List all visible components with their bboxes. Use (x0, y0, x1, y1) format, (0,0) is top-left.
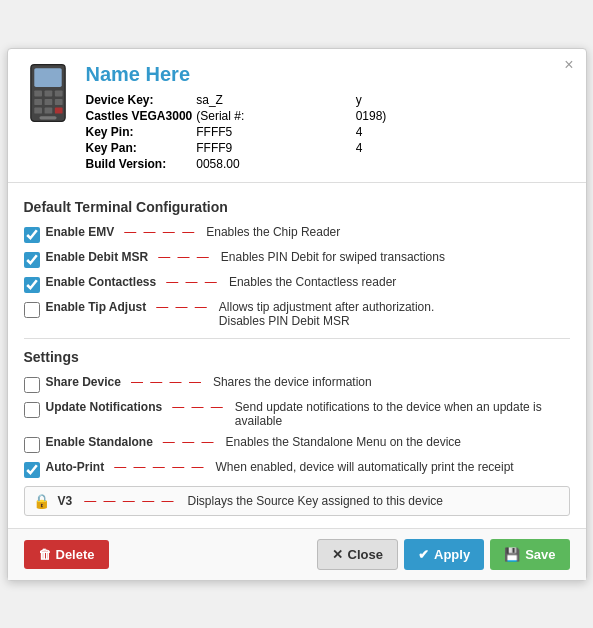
svg-rect-11 (39, 116, 56, 119)
x-icon: ✕ (332, 547, 343, 562)
close-button[interactable]: ✕ Close (317, 539, 398, 570)
config-item-tip: Enable Tip Adjust — — — Allows tip adjus… (24, 300, 570, 328)
autoprint-checkbox[interactable] (24, 462, 40, 478)
standalone-dashes: — — — (163, 435, 216, 449)
check-icon: ✔ (418, 547, 429, 562)
config-item-standalone: Enable Standalone — — — Enables the Stan… (24, 435, 570, 453)
emv-dashes: — — — — (124, 225, 196, 239)
device-name: Name Here (86, 63, 391, 86)
debit-desc: Enables PIN Debit for swiped transaction… (221, 250, 445, 264)
emv-desc: Enables the Chip Reader (206, 225, 340, 239)
share-checkbox[interactable] (24, 377, 40, 393)
share-desc: Shares the device information (213, 375, 372, 389)
key-pin-label: Key Pin: (86, 124, 197, 140)
standalone-desc: Enables the Standalone Menu on the devic… (226, 435, 462, 449)
contactless-label: Enable Contactless (46, 275, 157, 289)
close-label: Close (348, 547, 383, 562)
debit-dashes: — — — (158, 250, 211, 264)
debit-label: Enable Debit MSR (46, 250, 149, 264)
tip-label: Enable Tip Adjust (46, 300, 147, 314)
source-key-dashes: — — — — — (84, 494, 175, 508)
autoprint-dashes: — — — — — (114, 460, 205, 474)
settings-title: Settings (24, 349, 570, 365)
device-key-extra: y (356, 92, 391, 108)
standalone-checkbox[interactable] (24, 437, 40, 453)
modal-footer: 🗑 Delete ✕ Close ✔ Apply 💾 Save (8, 528, 586, 580)
footer-right: ✕ Close ✔ Apply 💾 Save (317, 539, 570, 570)
config-item-update: Update Notifications — — — Send update n… (24, 400, 570, 428)
update-desc: Send update notifications to the device … (235, 400, 542, 428)
device-details-table: Device Key: sa_Z y Castles VEGA3000 (Ser… (86, 92, 391, 172)
build-version-value: 0058.00 (196, 156, 248, 172)
update-label: Update Notifications (46, 400, 163, 414)
delete-button[interactable]: 🗑 Delete (24, 540, 109, 569)
update-desc-sub: available (235, 414, 542, 428)
castles-label: Castles VEGA3000 (86, 108, 197, 124)
svg-rect-10 (54, 107, 62, 113)
svg-rect-6 (44, 99, 52, 105)
footer-left: 🗑 Delete (24, 540, 109, 569)
share-dashes: — — — — (131, 375, 203, 389)
default-config-title: Default Terminal Configuration (24, 199, 570, 215)
delete-label: Delete (56, 547, 95, 562)
svg-rect-2 (34, 90, 42, 96)
config-item-share: Share Device — — — — Shares the device i… (24, 375, 570, 393)
save-label: Save (525, 547, 555, 562)
svg-rect-5 (34, 99, 42, 105)
update-checkbox[interactable] (24, 402, 40, 418)
config-item-emv: Enable EMV — — — — Enables the Chip Read… (24, 225, 570, 243)
config-item-contactless: Enable Contactless — — — Enables the Con… (24, 275, 570, 293)
source-key-desc: Displays the Source Key assigned to this… (188, 494, 443, 508)
modal-body: Default Terminal Configuration Enable EM… (8, 183, 586, 528)
build-version-label: Build Version: (86, 156, 197, 172)
emv-label: Enable EMV (46, 225, 115, 239)
key-pan-extra: 4 (356, 140, 391, 156)
svg-rect-4 (54, 90, 62, 96)
debit-checkbox[interactable] (24, 252, 40, 268)
contactless-checkbox[interactable] (24, 277, 40, 293)
device-key-label: Device Key: (86, 92, 197, 108)
modal-close-button[interactable]: × (564, 57, 573, 73)
emv-checkbox[interactable] (24, 227, 40, 243)
share-label: Share Device (46, 375, 121, 389)
svg-rect-7 (54, 99, 62, 105)
key-pin-extra: 4 (356, 124, 391, 140)
svg-rect-8 (34, 107, 42, 113)
config-item-debit: Enable Debit MSR — — — Enables PIN Debit… (24, 250, 570, 268)
tip-checkbox[interactable] (24, 302, 40, 318)
config-item-autoprint: Auto-Print — — — — — When enabled, devic… (24, 460, 570, 478)
contactless-dashes: — — — (166, 275, 219, 289)
save-icon: 💾 (504, 547, 520, 562)
svg-rect-3 (44, 90, 52, 96)
tip-dashes: — — — (156, 300, 209, 314)
device-icon (24, 63, 72, 123)
device-config-modal: × Name Here Device Key: sa_Z (7, 48, 587, 581)
save-button[interactable]: 💾 Save (490, 539, 569, 570)
tip-desc: Allows tip adjustment after authorizatio… (219, 300, 434, 328)
device-key-value: sa_Z (196, 92, 248, 108)
modal-header: Name Here Device Key: sa_Z y Castles VEG… (8, 49, 586, 183)
svg-rect-9 (44, 107, 52, 113)
autoprint-label: Auto-Print (46, 460, 105, 474)
tip-desc-sub: Disables PIN Debit MSR (219, 314, 434, 328)
key-pan-value: FFFF9 (196, 140, 248, 156)
lock-icon: 🔒 (33, 493, 50, 509)
serial-label: (Serial #: (196, 108, 248, 124)
autoprint-desc: When enabled, device will automatically … (216, 460, 514, 474)
serial-value: 0198) (356, 108, 391, 124)
apply-button[interactable]: ✔ Apply (404, 539, 484, 570)
source-key-row: 🔒 V3 — — — — — Displays the Source Key a… (24, 486, 570, 516)
key-pin-value: FFFF5 (196, 124, 248, 140)
update-dashes: — — — (172, 400, 225, 414)
contactless-desc: Enables the Contactless reader (229, 275, 396, 289)
svg-rect-1 (34, 68, 61, 87)
source-key-version: V3 (58, 494, 73, 508)
trash-icon: 🗑 (38, 547, 51, 562)
header-info: Name Here Device Key: sa_Z y Castles VEG… (86, 63, 391, 172)
key-pan-label: Key Pan: (86, 140, 197, 156)
standalone-label: Enable Standalone (46, 435, 153, 449)
apply-label: Apply (434, 547, 470, 562)
